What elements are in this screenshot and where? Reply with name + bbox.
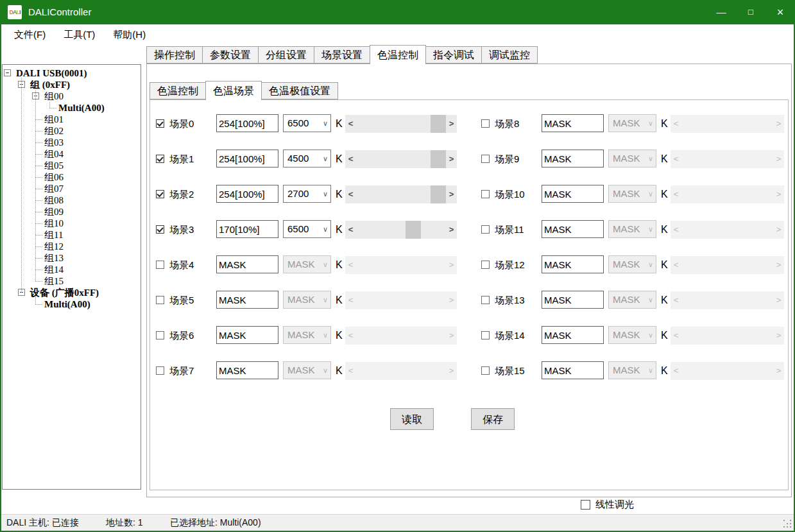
scroll-right-icon[interactable]: > — [446, 221, 457, 239]
tree-collapse-icon[interactable] — [4, 69, 11, 76]
scene-6-level-input[interactable] — [216, 326, 278, 344]
tab-2[interactable]: 分组设置 — [258, 46, 314, 64]
tree-item-12[interactable]: 组09 — [44, 206, 64, 218]
subtab-2[interactable]: 色温极值设置 — [261, 82, 338, 99]
scene-13-cct-dropdown[interactable]: MASK∨ — [608, 291, 656, 309]
tree-item-10[interactable]: 组07 — [44, 183, 64, 194]
menu-item-1[interactable]: 工具(T) — [55, 24, 104, 45]
tree-item-1[interactable]: 组 (0xFF) — [30, 79, 70, 90]
scene-2-level-scrollbar[interactable]: <> — [345, 185, 457, 203]
scene-11-checkbox[interactable] — [481, 225, 490, 234]
scene-8-cct-dropdown[interactable]: MASK∨ — [608, 114, 656, 132]
scene-2-cct-dropdown[interactable]: 2700∨ — [283, 185, 331, 203]
scene-4-level-input[interactable] — [216, 255, 278, 273]
resize-grip[interactable] — [783, 520, 792, 528]
tree-item-0[interactable]: DALI USB(0001) — [16, 67, 87, 79]
close-button[interactable]: × — [765, 0, 795, 24]
scene-0-level-scrollbar[interactable]: <> — [345, 115, 457, 133]
scene-5-level-input[interactable] — [216, 291, 278, 309]
tree-item-7[interactable]: 组04 — [44, 148, 64, 160]
scroll-right-icon[interactable]: > — [446, 185, 457, 203]
scene-12-level-input[interactable] — [542, 255, 604, 273]
tree-item-15[interactable]: 组12 — [44, 241, 64, 252]
scene-7-cct-dropdown[interactable]: MASK∨ — [283, 361, 331, 379]
scroll-left-icon[interactable]: < — [345, 115, 356, 133]
scene-4-cct-dropdown[interactable]: MASK∨ — [283, 255, 331, 273]
scene-1-checkbox[interactable] — [156, 155, 164, 163]
tab-1[interactable]: 参数设置 — [202, 46, 259, 64]
read-button[interactable]: 读取 — [390, 408, 434, 430]
scene-3-checkbox[interactable] — [156, 225, 164, 234]
scene-3-level-scrollbar[interactable]: <> — [345, 221, 457, 239]
save-button[interactable]: 保存 — [471, 408, 515, 430]
scene-9-cct-dropdown[interactable]: MASK∨ — [608, 150, 656, 167]
scene-12-checkbox[interactable] — [481, 261, 490, 269]
scene-2-level-input[interactable] — [216, 185, 278, 203]
scene-14-checkbox[interactable] — [481, 331, 490, 339]
scene-14-level-input[interactable] — [542, 326, 604, 344]
scrollbar-thumb[interactable] — [406, 221, 421, 239]
scroll-left-icon[interactable]: < — [345, 221, 356, 239]
scene-0-cct-dropdown[interactable]: 6500∨ — [283, 114, 331, 132]
tree-item-6[interactable]: 组03 — [44, 137, 64, 148]
subtab-1[interactable]: 色温场景 — [205, 81, 262, 100]
tab-5[interactable]: 指令调试 — [425, 46, 482, 64]
scene-1-cct-dropdown[interactable]: 4500∨ — [283, 150, 331, 167]
scroll-left-icon[interactable]: < — [345, 150, 356, 168]
scene-5-cct-dropdown[interactable]: MASK∨ — [283, 291, 331, 309]
scene-11-cct-dropdown[interactable]: MASK∨ — [608, 220, 656, 238]
tree-item-17[interactable]: 组14 — [44, 264, 64, 275]
menu-item-2[interactable]: 帮助(H) — [104, 24, 155, 45]
tree-item-20[interactable]: Multi(A00) — [44, 298, 90, 310]
tree-item-16[interactable]: 组13 — [44, 252, 64, 264]
tree-item-11[interactable]: 组08 — [44, 194, 64, 206]
scene-15-level-input[interactable] — [542, 361, 604, 379]
tree-item-18[interactable]: 组15 — [44, 275, 64, 287]
tree-item-13[interactable]: 组10 — [44, 218, 64, 229]
scene-12-cct-dropdown[interactable]: MASK∨ — [608, 255, 656, 273]
scene-10-level-input[interactable] — [542, 185, 604, 203]
scene-15-cct-dropdown[interactable]: MASK∨ — [608, 361, 656, 379]
scene-3-level-input[interactable] — [216, 220, 278, 238]
scene-13-checkbox[interactable] — [481, 296, 490, 304]
scene-5-checkbox[interactable] — [156, 296, 164, 304]
tree-item-2[interactable]: 组00 — [44, 90, 64, 102]
tab-4[interactable]: 色温控制 — [370, 45, 426, 64]
scrollbar-thumb[interactable] — [431, 115, 446, 133]
tab-3[interactable]: 场景设置 — [314, 46, 370, 64]
scene-0-level-input[interactable] — [216, 114, 278, 132]
scene-11-level-input[interactable] — [542, 220, 604, 238]
scroll-right-icon[interactable]: > — [446, 115, 457, 133]
tree-item-19[interactable]: 设备 (广播0xFF) — [30, 287, 99, 298]
scene-1-level-scrollbar[interactable]: <> — [345, 150, 457, 168]
tab-6[interactable]: 调试监控 — [481, 46, 538, 64]
maximize-button[interactable]: □ — [736, 0, 765, 24]
scene-10-cct-dropdown[interactable]: MASK∨ — [608, 185, 656, 203]
tree-item-8[interactable]: 组05 — [44, 160, 64, 171]
minimize-button[interactable]: — — [706, 0, 736, 24]
scroll-left-icon[interactable]: < — [345, 185, 356, 203]
menu-item-0[interactable]: 文件(F) — [5, 24, 55, 45]
scene-7-checkbox[interactable] — [156, 366, 164, 375]
tree-item-3[interactable]: Multi(A00) — [58, 102, 105, 114]
scene-15-checkbox[interactable] — [481, 366, 490, 375]
scene-10-checkbox[interactable] — [481, 190, 490, 198]
tree-item-4[interactable]: 组01 — [44, 114, 64, 125]
scene-6-cct-dropdown[interactable]: MASK∨ — [283, 326, 331, 344]
scene-6-checkbox[interactable] — [156, 331, 164, 339]
scroll-right-icon[interactable]: > — [446, 150, 457, 168]
scrollbar-thumb[interactable] — [431, 150, 446, 168]
scene-13-level-input[interactable] — [542, 291, 604, 309]
subtab-0[interactable]: 色温控制 — [150, 82, 206, 99]
scene-8-level-input[interactable] — [542, 114, 604, 132]
scene-8-checkbox[interactable] — [481, 119, 490, 128]
scene-0-checkbox[interactable] — [156, 119, 164, 128]
tree-item-5[interactable]: 组02 — [44, 125, 64, 137]
tab-0[interactable]: 操作控制 — [146, 46, 203, 64]
linear-dimming-checkbox[interactable] — [581, 500, 590, 510]
scene-2-checkbox[interactable] — [156, 190, 164, 198]
scene-1-level-input[interactable] — [216, 150, 278, 167]
scene-9-checkbox[interactable] — [481, 155, 490, 163]
scene-9-level-input[interactable] — [542, 150, 604, 167]
scene-4-checkbox[interactable] — [156, 261, 164, 269]
